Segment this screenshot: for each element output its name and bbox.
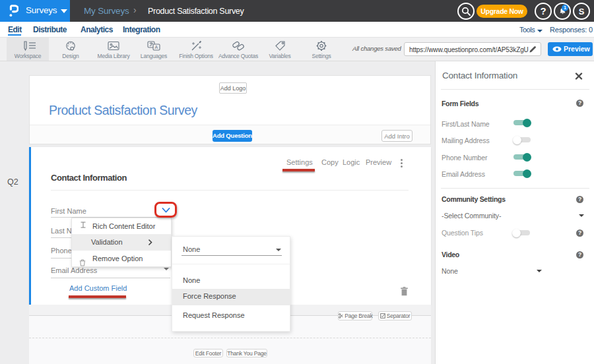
svg-text:A: A xyxy=(155,45,158,49)
